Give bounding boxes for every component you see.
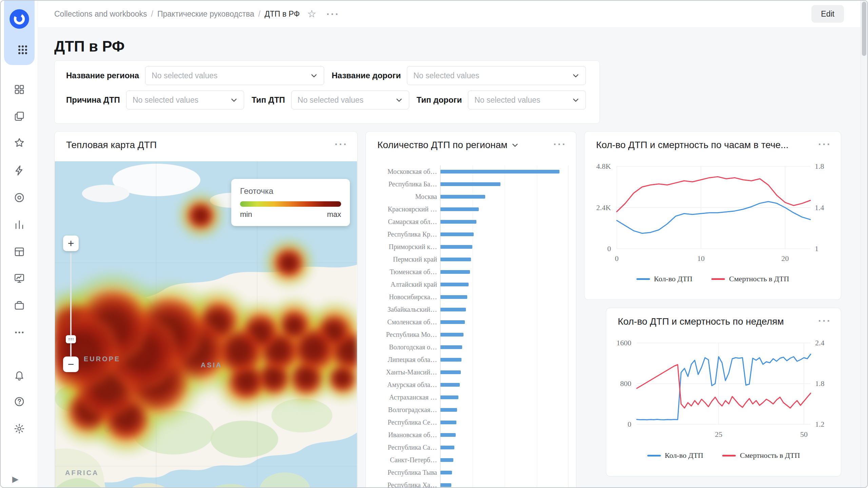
bar[interactable] [440, 220, 476, 224]
chevron-down-icon [310, 71, 318, 80]
bell-icon[interactable] [13, 369, 25, 381]
copy-layers-icon[interactable] [13, 110, 25, 122]
filter-cause-select[interactable]: No selected values [126, 90, 244, 109]
bar[interactable] [440, 245, 472, 249]
bar[interactable] [440, 446, 454, 449]
chart-tab-selector[interactable]: Количество ДТП по регионам [377, 140, 519, 150]
widget-title: Количество ДТП по регионам [377, 140, 507, 150]
bar[interactable] [440, 483, 451, 487]
bar-category-label: Ивановская об… [366, 431, 440, 439]
plot-area[interactable] [637, 343, 811, 424]
help-icon[interactable] [13, 395, 25, 408]
bar[interactable] [440, 182, 500, 186]
bar[interactable] [440, 458, 453, 462]
collapse-arrow-icon[interactable]: ▶ [12, 474, 18, 484]
bar-track [440, 216, 569, 228]
bar[interactable] [440, 258, 471, 261]
filter-region-select[interactable]: No selected values [145, 66, 324, 85]
edit-button[interactable]: Edit [811, 5, 844, 23]
grid-squares-icon[interactable] [13, 83, 25, 96]
bar[interactable] [440, 283, 469, 286]
bar-track [440, 303, 569, 316]
bar[interactable] [440, 421, 456, 424]
bar-track [440, 441, 569, 454]
zoom-in-button[interactable]: + [63, 236, 79, 251]
bar-track [440, 404, 569, 416]
bar-category-label: Новосибирска… [366, 293, 440, 301]
scrollbar-thumb[interactable] [862, 2, 866, 56]
bar[interactable] [440, 408, 457, 412]
bar[interactable] [440, 395, 458, 399]
storage-box-icon[interactable] [13, 299, 25, 311]
star-icon[interactable] [13, 137, 25, 149]
table-icon[interactable] [13, 246, 25, 258]
bar[interactable] [440, 333, 463, 337]
bar-row: Московская об… [366, 165, 576, 178]
bar[interactable] [440, 320, 465, 324]
datalens-logo-icon[interactable] [9, 9, 29, 29]
bar[interactable] [440, 308, 466, 311]
zoom-slider-handle[interactable] [66, 335, 76, 343]
bar[interactable] [440, 383, 460, 387]
bar-track [440, 278, 569, 291]
lightning-icon[interactable] [13, 164, 25, 177]
breadcrumb-collections[interactable]: Collections and workbooks [54, 9, 147, 19]
bar-category-label: Смоленская об… [366, 318, 440, 326]
favorite-star-icon[interactable]: ☆ [307, 9, 316, 19]
page-menu-button[interactable]: ··· [327, 12, 340, 17]
bar-category-label: Санкт-Петерб… [366, 456, 440, 464]
filter-accident-type-select[interactable]: No selected values [291, 90, 409, 109]
heatmap-map[interactable]: EUROPE ASIA AFRICA Геоточка min max + − [55, 161, 357, 488]
map-label-asia: ASIA [201, 361, 222, 369]
more-icon[interactable] [13, 326, 25, 339]
bar-category-label: Республика Ба… [366, 180, 440, 188]
zoom-out-button[interactable]: − [63, 357, 79, 372]
bar-row: Волгоградская… [366, 404, 576, 416]
filter-road-type-select[interactable]: No selected values [468, 90, 586, 109]
select-placeholder: No selected values [133, 96, 198, 105]
bar[interactable] [440, 232, 474, 236]
page-title: ДТП в РФ [54, 38, 125, 55]
bar-row: Москва [366, 190, 576, 203]
monitor-chart-icon[interactable] [13, 272, 25, 284]
bar-category-label: Красноярский … [366, 205, 440, 213]
bar[interactable] [440, 358, 461, 362]
bar[interactable] [440, 345, 462, 349]
legend-item-dtp[interactable]: Кол-во ДТП [647, 451, 704, 460]
bar-category-label: Ханты-Мансий… [366, 368, 440, 376]
apps-grid-icon[interactable] [14, 41, 32, 59]
page-scrollbar[interactable] [861, 1, 867, 487]
map-label-europe: EUROPE [84, 355, 120, 363]
breadcrumb-separator: / [151, 9, 153, 19]
select-placeholder: No selected values [413, 71, 479, 80]
legend-item-mortality[interactable]: Смертность в ДТП [722, 451, 800, 460]
disc-icon[interactable] [13, 191, 25, 204]
bar[interactable] [440, 370, 461, 374]
bar-category-label: Тюменская об… [366, 268, 440, 276]
breadcrumb-guides[interactable]: Практические руководства [157, 9, 254, 19]
x-axis-tick: 10 [697, 254, 705, 263]
bar-chart-icon[interactable] [13, 219, 25, 231]
y-axis-tick: 800 [620, 379, 631, 388]
gear-icon[interactable] [13, 423, 25, 435]
filter-road-name-select[interactable]: No selected values [407, 66, 586, 85]
legend-item-mortality[interactable]: Смертность в ДТП [711, 274, 789, 283]
card-menu-button[interactable]: ··· [553, 142, 567, 147]
bar[interactable] [440, 207, 479, 211]
bar-track [440, 353, 569, 366]
y-axis-tick: 2.4 [815, 339, 825, 347]
x-axis: 01020 [617, 254, 810, 264]
bar[interactable] [440, 270, 470, 274]
select-placeholder: No selected values [152, 71, 217, 80]
plot-area[interactable] [617, 166, 810, 249]
card-menu-button[interactable]: ··· [335, 142, 348, 147]
bar[interactable] [440, 471, 452, 474]
bar[interactable] [440, 195, 485, 199]
bar-track [440, 454, 569, 466]
bar[interactable] [440, 295, 467, 299]
legend-item-dtp[interactable]: Кол-во ДТП [636, 274, 693, 283]
map-legend: Геоточка min max [231, 179, 350, 226]
bar[interactable] [440, 170, 559, 174]
bar[interactable] [440, 433, 456, 437]
bar-track [440, 341, 569, 353]
